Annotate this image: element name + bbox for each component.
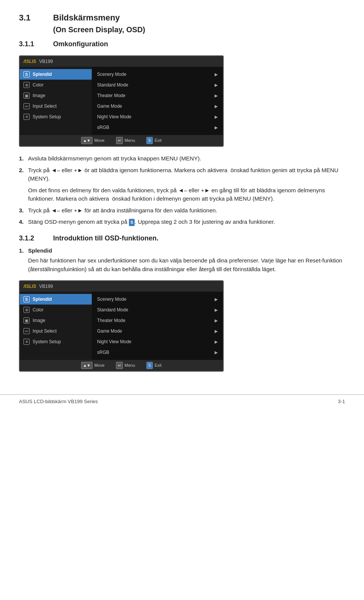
osd-sidebar-splendid-2[interactable]: S Splendid [20, 294, 92, 305]
osd-sidebar-color-2[interactable]: ⊕ Color [20, 305, 92, 315]
splendid-label-2: Splendid [33, 296, 52, 303]
footer-right-text: 3-1 [338, 398, 345, 405]
move-label-2: Move [94, 362, 105, 369]
footer-exit-1: S Exit [146, 137, 162, 144]
step-3-num: 3. [19, 206, 25, 215]
osd-sidebar-item-system-1[interactable]: ✕ System Setup [20, 112, 92, 122]
osd-sidebar-item-color-1[interactable]: ⊕ Color [20, 80, 92, 90]
standard-arrow-1: ▶ [215, 82, 218, 88]
theater-label-1: Theater Mode [97, 92, 126, 99]
asus-logo-1: /ISLIS [24, 58, 36, 65]
exit-label-1: Exit [155, 137, 162, 144]
section-title: Bildskärmsmeny (On Screen Display, OSD) [53, 11, 145, 35]
footer-move-2: ▲▼ Move [81, 362, 105, 369]
osd-menu-game-2[interactable]: Game Mode ▶ [92, 326, 223, 336]
osd-sidebar-2: S Splendid ⊕ Color ▣ Image ↩ Input Selec… [20, 292, 92, 360]
splendid-heading: 1. Splendid [19, 247, 345, 255]
osd-sidebar-1: S Splendid ⊕ Color ▣ Image ↩ Input Selec… [20, 67, 92, 135]
scenery-label-1: Scenery Mode [97, 71, 126, 78]
footer-move-1: ▲▼ Move [81, 137, 105, 144]
osd-sidebar-image-2[interactable]: ▣ Image [20, 315, 92, 326]
steps-block: 1. Avsluta bildskärmsmenyn genom att try… [19, 154, 345, 226]
menu-key-1: ↵ [116, 137, 123, 144]
subheading-2-num: 3.1.2 [19, 233, 53, 243]
osd-menu-standard-1[interactable]: Standard Mode ▶ [92, 80, 223, 90]
exit-key-2: S [146, 362, 153, 369]
srgb-arrow-2: ▶ [215, 349, 218, 356]
input-label-1: Input Select [33, 103, 56, 110]
game-label-2: Game Mode [97, 328, 122, 335]
step-2-extra: Om det finns en delmeny för den valda fu… [28, 186, 345, 203]
scenery-arrow-1: ▶ [215, 71, 218, 78]
color-icon-1: ⊕ [24, 82, 30, 88]
input-icon-1: ↩ [24, 103, 30, 109]
system-icon-1: ✕ [24, 114, 30, 120]
splendid-icon-1: S [24, 71, 30, 77]
color-label-1: Color [33, 82, 44, 88]
step-1-num: 1. [19, 154, 25, 163]
osd-menu-scenery-1[interactable]: Scenery Mode ▶ [92, 69, 223, 80]
subheading-1: 3.1.1 Omkonfiguration [19, 39, 345, 49]
osd-menu-srgb-2[interactable]: sRGB ▶ [92, 347, 223, 358]
menu-label-1: Menu [125, 137, 135, 144]
nightview-label-1: Night View Mode [97, 113, 132, 120]
srgb-arrow-1: ▶ [215, 124, 218, 131]
step-2: 2. Tryck på ◄– eller +► ör att bläddra i… [19, 166, 345, 183]
scenery-label-2: Scenery Mode [97, 296, 126, 303]
osd-menu-theater-2[interactable]: Theater Mode ▶ [92, 315, 223, 326]
step-1: 1. Avsluta bildskärmsmenyn genom att try… [19, 154, 345, 163]
step-3: 3. Tryck på ◄– eller +► för att ändra in… [19, 206, 345, 215]
input-icon-2: ↩ [24, 328, 30, 334]
osd-body-2: S Splendid ⊕ Color ▣ Image ↩ Input Selec… [20, 292, 223, 360]
osd-menu-nightview-1[interactable]: Night View Mode ▶ [92, 112, 223, 122]
osd-menu-nightview-2[interactable]: Night View Mode ▶ [92, 336, 223, 347]
menu-key-2: ↵ [116, 362, 123, 369]
srgb-label-2: sRGB [97, 349, 109, 356]
footer-exit-2: S Exit [146, 362, 162, 369]
osd-sidebar-item-image-1[interactable]: ▣ Image [20, 90, 92, 101]
osd-sidebar-input-2[interactable]: ↩ Input Select [20, 326, 92, 336]
standard-label-2: Standard Mode [97, 306, 128, 313]
footer-menu-2: ↵ Menu [116, 362, 135, 369]
system-label-1: System Setup [33, 113, 61, 120]
input-label-2: Input Select [33, 328, 56, 335]
move-key-1: ▲▼ [81, 137, 93, 144]
osd-footer-1: ▲▼ Move ↵ Menu S Exit [20, 135, 223, 146]
osd-model-2: VB199 [39, 283, 53, 290]
footer-menu-1: ↵ Menu [116, 137, 135, 144]
subheading-2-title: Introduktion till OSD-funktionen. [53, 233, 158, 243]
osd-menu-theater-1[interactable]: Theater Mode ▶ [92, 90, 223, 101]
exit-key-1: S [146, 137, 153, 144]
step-4-num: 4. [19, 218, 25, 226]
color-icon-2: ⊕ [24, 307, 30, 313]
color-label-2: Color [33, 306, 44, 313]
srgb-label-1: sRGB [97, 124, 109, 131]
nightview-arrow-1: ▶ [215, 114, 218, 120]
osd-sidebar-system-2[interactable]: ✕ System Setup [20, 336, 92, 347]
osd-screen-1: /ISLIS VB199 S Splendid ⊕ Color ▣ Image … [19, 55, 224, 147]
osd-menu-srgb-1[interactable]: sRGB ▶ [92, 122, 223, 133]
game-label-1: Game Mode [97, 103, 122, 110]
page: 3.1 Bildskärmsmeny (On Screen Display, O… [0, 0, 364, 391]
subheading-2: 3.1.2 Introduktion till OSD-funktionen. [19, 233, 345, 243]
nightview-arrow-2: ▶ [215, 339, 218, 345]
move-label-1: Move [94, 137, 105, 144]
image-label-2: Image [33, 317, 45, 324]
osd-sidebar-item-splendid-1[interactable]: S Splendid [20, 69, 92, 80]
splendid-label-1: Splendid [33, 71, 52, 78]
step-2-extra-text: Om det finns en delmeny för den valda fu… [28, 186, 345, 203]
page-footer: ASUS LCD-bildskärm VB199 Series 3-1 [0, 394, 364, 408]
standard-arrow-2: ▶ [215, 307, 218, 313]
osd-sidebar-item-input-1[interactable]: ↩ Input Select [20, 101, 92, 112]
image-icon-2: ▣ [24, 317, 30, 324]
osd-titlebar-2: /ISLIS VB199 [20, 281, 223, 292]
nightview-label-2: Night View Mode [97, 338, 132, 345]
standard-label-1: Standard Mode [97, 82, 128, 88]
osd-menu-game-1[interactable]: Game Mode ▶ [92, 101, 223, 112]
step-4: 4. Stäng OSD-menyn genom att trycka på S… [19, 218, 345, 226]
image-label-1: Image [33, 92, 45, 99]
osd-menu-standard-2[interactable]: Standard Mode ▶ [92, 305, 223, 315]
splendid-description: Den här funktionen har sex underfunktion… [28, 256, 345, 273]
osd-menu-scenery-2[interactable]: Scenery Mode ▶ [92, 294, 223, 305]
system-label-2: System Setup [33, 338, 61, 345]
